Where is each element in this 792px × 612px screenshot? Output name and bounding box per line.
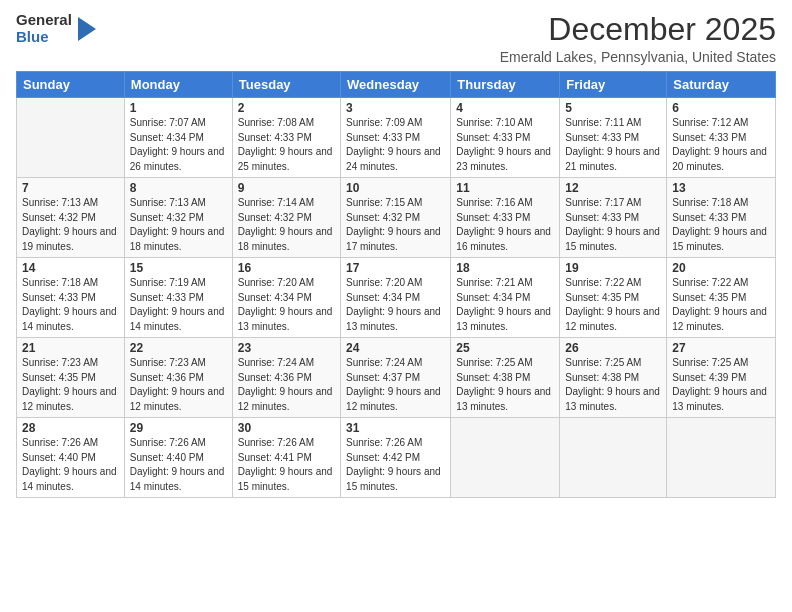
day-number: 1 xyxy=(130,101,227,115)
calendar-day-cell: 3Sunrise: 7:09 AMSunset: 4:33 PMDaylight… xyxy=(341,98,451,178)
sunset-text: Sunset: 4:38 PM xyxy=(456,372,530,383)
calendar-day-cell: 18Sunrise: 7:21 AMSunset: 4:34 PMDayligh… xyxy=(451,258,560,338)
sunrise-text: Sunrise: 7:22 AM xyxy=(565,277,641,288)
sunrise-text: Sunrise: 7:16 AM xyxy=(456,197,532,208)
day-info: Sunrise: 7:10 AMSunset: 4:33 PMDaylight:… xyxy=(456,116,554,174)
day-info: Sunrise: 7:21 AMSunset: 4:34 PMDaylight:… xyxy=(456,276,554,334)
daylight-text: Daylight: 9 hours and 25 minutes. xyxy=(238,146,333,172)
calendar-day-cell: 4Sunrise: 7:10 AMSunset: 4:33 PMDaylight… xyxy=(451,98,560,178)
daylight-text: Daylight: 9 hours and 14 minutes. xyxy=(130,306,225,332)
sunrise-text: Sunrise: 7:26 AM xyxy=(22,437,98,448)
day-info: Sunrise: 7:20 AMSunset: 4:34 PMDaylight:… xyxy=(238,276,335,334)
day-info: Sunrise: 7:26 AMSunset: 4:42 PMDaylight:… xyxy=(346,436,445,494)
sunrise-text: Sunrise: 7:23 AM xyxy=(130,357,206,368)
day-info: Sunrise: 7:12 AMSunset: 4:33 PMDaylight:… xyxy=(672,116,770,174)
day-number: 7 xyxy=(22,181,119,195)
sunrise-text: Sunrise: 7:26 AM xyxy=(238,437,314,448)
sunrise-text: Sunrise: 7:25 AM xyxy=(456,357,532,368)
calendar-day-cell: 30Sunrise: 7:26 AMSunset: 4:41 PMDayligh… xyxy=(232,418,340,498)
day-info: Sunrise: 7:26 AMSunset: 4:41 PMDaylight:… xyxy=(238,436,335,494)
day-number: 29 xyxy=(130,421,227,435)
calendar-day-cell: 26Sunrise: 7:25 AMSunset: 4:38 PMDayligh… xyxy=(560,338,667,418)
col-thursday: Thursday xyxy=(451,72,560,98)
sunset-text: Sunset: 4:34 PM xyxy=(346,292,420,303)
calendar-week-row: 14Sunrise: 7:18 AMSunset: 4:33 PMDayligh… xyxy=(17,258,776,338)
day-info: Sunrise: 7:25 AMSunset: 4:38 PMDaylight:… xyxy=(456,356,554,414)
day-info: Sunrise: 7:25 AMSunset: 4:39 PMDaylight:… xyxy=(672,356,770,414)
sunset-text: Sunset: 4:36 PM xyxy=(238,372,312,383)
daylight-text: Daylight: 9 hours and 17 minutes. xyxy=(346,226,441,252)
daylight-text: Daylight: 9 hours and 15 minutes. xyxy=(346,466,441,492)
day-info: Sunrise: 7:09 AMSunset: 4:33 PMDaylight:… xyxy=(346,116,445,174)
sunset-text: Sunset: 4:33 PM xyxy=(672,212,746,223)
calendar-day-cell: 1Sunrise: 7:07 AMSunset: 4:34 PMDaylight… xyxy=(124,98,232,178)
daylight-text: Daylight: 9 hours and 18 minutes. xyxy=(130,226,225,252)
calendar-day-cell: 9Sunrise: 7:14 AMSunset: 4:32 PMDaylight… xyxy=(232,178,340,258)
day-info: Sunrise: 7:14 AMSunset: 4:32 PMDaylight:… xyxy=(238,196,335,254)
daylight-text: Daylight: 9 hours and 12 minutes. xyxy=(130,386,225,412)
sunset-text: Sunset: 4:36 PM xyxy=(130,372,204,383)
calendar-day-cell: 2Sunrise: 7:08 AMSunset: 4:33 PMDaylight… xyxy=(232,98,340,178)
sunset-text: Sunset: 4:33 PM xyxy=(22,292,96,303)
col-friday: Friday xyxy=(560,72,667,98)
daylight-text: Daylight: 9 hours and 14 minutes. xyxy=(130,466,225,492)
day-number: 26 xyxy=(565,341,661,355)
day-number: 2 xyxy=(238,101,335,115)
day-number: 27 xyxy=(672,341,770,355)
sunrise-text: Sunrise: 7:18 AM xyxy=(22,277,98,288)
sunrise-text: Sunrise: 7:24 AM xyxy=(238,357,314,368)
day-number: 31 xyxy=(346,421,445,435)
calendar-day-cell: 8Sunrise: 7:13 AMSunset: 4:32 PMDaylight… xyxy=(124,178,232,258)
day-number: 22 xyxy=(130,341,227,355)
day-number: 5 xyxy=(565,101,661,115)
calendar-day-cell: 31Sunrise: 7:26 AMSunset: 4:42 PMDayligh… xyxy=(341,418,451,498)
day-info: Sunrise: 7:19 AMSunset: 4:33 PMDaylight:… xyxy=(130,276,227,334)
day-number: 9 xyxy=(238,181,335,195)
sunrise-text: Sunrise: 7:15 AM xyxy=(346,197,422,208)
subtitle: Emerald Lakes, Pennsylvania, United Stat… xyxy=(500,49,776,65)
day-number: 6 xyxy=(672,101,770,115)
daylight-text: Daylight: 9 hours and 24 minutes. xyxy=(346,146,441,172)
daylight-text: Daylight: 9 hours and 13 minutes. xyxy=(346,306,441,332)
sunrise-text: Sunrise: 7:20 AM xyxy=(346,277,422,288)
day-number: 19 xyxy=(565,261,661,275)
sunset-text: Sunset: 4:35 PM xyxy=(672,292,746,303)
day-info: Sunrise: 7:25 AMSunset: 4:38 PMDaylight:… xyxy=(565,356,661,414)
calendar-day-cell xyxy=(667,418,776,498)
sunset-text: Sunset: 4:33 PM xyxy=(456,132,530,143)
day-number: 25 xyxy=(456,341,554,355)
sunset-text: Sunset: 4:33 PM xyxy=(238,132,312,143)
day-info: Sunrise: 7:26 AMSunset: 4:40 PMDaylight:… xyxy=(130,436,227,494)
col-sunday: Sunday xyxy=(17,72,125,98)
daylight-text: Daylight: 9 hours and 15 minutes. xyxy=(672,226,767,252)
day-info: Sunrise: 7:23 AMSunset: 4:35 PMDaylight:… xyxy=(22,356,119,414)
calendar-day-cell: 21Sunrise: 7:23 AMSunset: 4:35 PMDayligh… xyxy=(17,338,125,418)
daylight-text: Daylight: 9 hours and 13 minutes. xyxy=(672,386,767,412)
calendar-day-cell xyxy=(451,418,560,498)
calendar-day-cell: 29Sunrise: 7:26 AMSunset: 4:40 PMDayligh… xyxy=(124,418,232,498)
day-number: 21 xyxy=(22,341,119,355)
daylight-text: Daylight: 9 hours and 12 minutes. xyxy=(22,386,117,412)
sunrise-text: Sunrise: 7:09 AM xyxy=(346,117,422,128)
day-info: Sunrise: 7:24 AMSunset: 4:36 PMDaylight:… xyxy=(238,356,335,414)
sunrise-text: Sunrise: 7:13 AM xyxy=(130,197,206,208)
day-number: 15 xyxy=(130,261,227,275)
day-number: 28 xyxy=(22,421,119,435)
day-info: Sunrise: 7:15 AMSunset: 4:32 PMDaylight:… xyxy=(346,196,445,254)
calendar-day-cell xyxy=(560,418,667,498)
calendar-day-cell: 23Sunrise: 7:24 AMSunset: 4:36 PMDayligh… xyxy=(232,338,340,418)
day-number: 16 xyxy=(238,261,335,275)
day-info: Sunrise: 7:11 AMSunset: 4:33 PMDaylight:… xyxy=(565,116,661,174)
day-number: 12 xyxy=(565,181,661,195)
sunset-text: Sunset: 4:40 PM xyxy=(130,452,204,463)
main-title: December 2025 xyxy=(500,12,776,47)
svg-marker-0 xyxy=(78,17,96,41)
day-info: Sunrise: 7:22 AMSunset: 4:35 PMDaylight:… xyxy=(672,276,770,334)
sunrise-text: Sunrise: 7:13 AM xyxy=(22,197,98,208)
calendar-week-row: 21Sunrise: 7:23 AMSunset: 4:35 PMDayligh… xyxy=(17,338,776,418)
day-info: Sunrise: 7:26 AMSunset: 4:40 PMDaylight:… xyxy=(22,436,119,494)
sunset-text: Sunset: 4:33 PM xyxy=(346,132,420,143)
day-info: Sunrise: 7:18 AMSunset: 4:33 PMDaylight:… xyxy=(22,276,119,334)
calendar-week-row: 1Sunrise: 7:07 AMSunset: 4:34 PMDaylight… xyxy=(17,98,776,178)
sunset-text: Sunset: 4:34 PM xyxy=(130,132,204,143)
